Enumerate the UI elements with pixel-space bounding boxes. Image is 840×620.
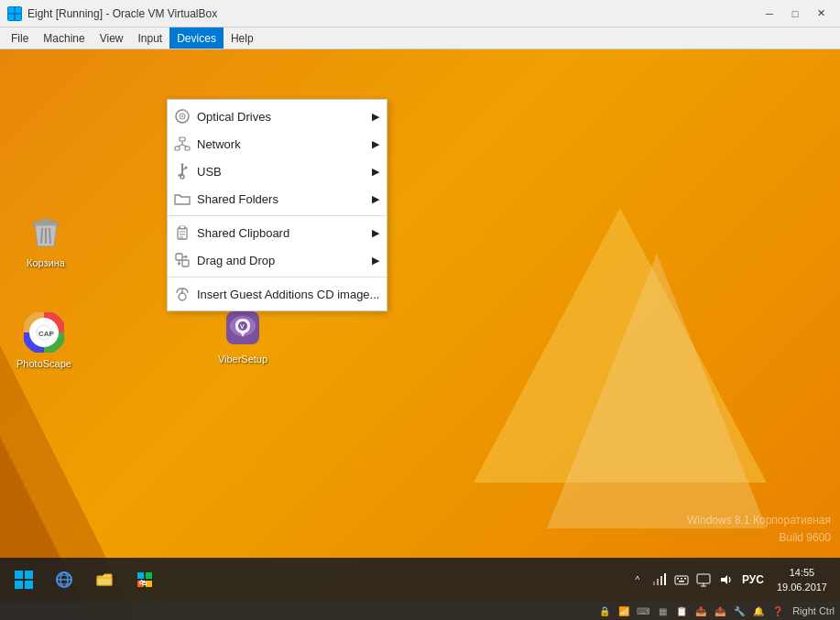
bottom-icon-8[interactable]: 🔧 bbox=[731, 604, 747, 618]
taskbar: 🛍 ^ bbox=[0, 558, 840, 602]
svg-rect-53 bbox=[25, 581, 33, 589]
svg-rect-38 bbox=[180, 226, 184, 228]
svg-line-28 bbox=[182, 145, 188, 147]
svg-point-48 bbox=[179, 293, 186, 300]
clock-time: 14:55 bbox=[777, 565, 827, 581]
windows-watermark: Windows 8.1 Корпоративная Build 9600 bbox=[687, 512, 831, 547]
svg-rect-50 bbox=[15, 571, 23, 579]
menu-shared-folders[interactable]: Shared Folders ▶ bbox=[168, 185, 387, 212]
svg-rect-66 bbox=[675, 576, 688, 584]
bottom-icon-10[interactable]: ❓ bbox=[769, 604, 786, 618]
svg-rect-9 bbox=[41, 219, 50, 223]
separator-2 bbox=[168, 277, 387, 277]
bottom-icon-2[interactable]: 📶 bbox=[616, 604, 632, 618]
network-icon bbox=[173, 135, 191, 153]
window-title: Eight [Running] - Oracle VM VirtualBox bbox=[27, 7, 758, 20]
bottom-icon-3[interactable]: ⌨ bbox=[635, 604, 651, 618]
menu-usb[interactable]: USB ▶ bbox=[168, 158, 387, 185]
bottom-icon-1[interactable]: 🔒 bbox=[596, 604, 613, 618]
network-label: Network bbox=[197, 137, 241, 151]
menu-network[interactable]: Network ▶ bbox=[168, 130, 387, 158]
bottom-icon-7[interactable]: 📤 bbox=[712, 604, 728, 618]
systray-language[interactable]: РУС bbox=[738, 573, 768, 586]
systray-chevron[interactable]: ^ bbox=[628, 571, 647, 589]
taskbar-store-button[interactable]: 🛍 bbox=[125, 560, 165, 600]
recycle-bin-label: Корзина bbox=[27, 257, 65, 268]
menu-input[interactable]: Input bbox=[131, 27, 170, 49]
devices-dropdown-menu: Optical Drives ▶ Network ▶ bbox=[167, 99, 387, 311]
shared-clipboard-arrow: ▶ bbox=[372, 227, 379, 239]
svg-rect-2 bbox=[8, 15, 14, 20]
usb-arrow: ▶ bbox=[372, 166, 379, 178]
svg-marker-47 bbox=[178, 263, 181, 266]
drag-drop-icon bbox=[173, 251, 191, 269]
svg-text:🛍: 🛍 bbox=[139, 579, 147, 587]
menu-view[interactable]: View bbox=[93, 27, 131, 49]
minimize-button[interactable]: ─ bbox=[758, 5, 781, 23]
menu-devices[interactable]: Devices bbox=[169, 27, 224, 49]
right-ctrl-label: Right Ctrl bbox=[792, 605, 835, 616]
shared-clipboard-label: Shared Clipboard bbox=[197, 226, 289, 240]
systray-display-icon[interactable] bbox=[694, 571, 713, 589]
maximize-button[interactable]: □ bbox=[783, 5, 807, 23]
menu-optical-drives[interactable]: Optical Drives ▶ bbox=[168, 103, 387, 130]
systray-clock[interactable]: 14:55 19.06.2017 bbox=[771, 565, 833, 595]
svg-rect-71 bbox=[697, 574, 710, 583]
vm-window: Eight [Running] - Oracle VM VirtualBox ─… bbox=[0, 0, 840, 620]
usb-icon bbox=[173, 162, 191, 180]
insert-guest-label: Insert Guest Additions CD image... bbox=[197, 288, 379, 301]
network-arrow: ▶ bbox=[372, 138, 379, 150]
menu-drag-and-drop[interactable]: Drag and Drop ▶ bbox=[168, 246, 387, 274]
svg-rect-68 bbox=[681, 578, 682, 580]
separator-1 bbox=[168, 215, 387, 216]
taskbar-explorer-button[interactable] bbox=[84, 560, 125, 600]
svg-rect-23 bbox=[180, 137, 185, 141]
svg-rect-42 bbox=[176, 254, 182, 260]
systray-keyboard-icon[interactable] bbox=[672, 571, 691, 589]
optical-drives-icon bbox=[173, 107, 191, 125]
menu-help[interactable]: Help bbox=[224, 27, 261, 49]
svg-rect-60 bbox=[146, 581, 152, 587]
photoscape-label: PhotoScape bbox=[16, 358, 71, 369]
optical-drives-label: Optical Drives bbox=[197, 110, 271, 124]
svg-rect-3 bbox=[16, 15, 21, 20]
drag-drop-label: Drag and Drop bbox=[197, 254, 275, 267]
close-button[interactable]: ✕ bbox=[809, 5, 833, 23]
bottom-icon-5[interactable]: 📋 bbox=[673, 604, 690, 618]
svg-rect-67 bbox=[677, 578, 679, 580]
menu-insert-guest-additions[interactable]: Insert Guest Additions CD image... bbox=[168, 280, 387, 308]
bottom-icon-9[interactable]: 🔔 bbox=[750, 604, 767, 618]
systray-network-icon[interactable] bbox=[650, 571, 669, 589]
watermark-line1: Windows 8.1 Корпоративная bbox=[687, 512, 831, 529]
svg-line-10 bbox=[41, 228, 42, 244]
svg-rect-25 bbox=[185, 147, 190, 150]
svg-rect-63 bbox=[657, 579, 659, 585]
svg-marker-74 bbox=[721, 575, 727, 584]
shared-folders-icon bbox=[173, 190, 191, 208]
bottom-icon-4[interactable]: ▦ bbox=[654, 604, 671, 618]
shared-folders-label: Shared Folders bbox=[197, 192, 278, 206]
menu-machine[interactable]: Machine bbox=[36, 27, 92, 49]
title-bar: Eight [Running] - Oracle VM VirtualBox ─… bbox=[0, 0, 840, 27]
desktop-icon-recycle-bin[interactable]: Корзина bbox=[9, 210, 82, 268]
svg-rect-1 bbox=[16, 7, 21, 13]
desktop-icon-viber[interactable]: V ViberSetup bbox=[206, 306, 279, 364]
svg-text:CAP: CAP bbox=[38, 330, 55, 338]
svg-rect-43 bbox=[182, 260, 189, 266]
optical-drives-arrow: ▶ bbox=[372, 111, 379, 123]
start-button[interactable] bbox=[4, 560, 44, 600]
clock-date: 19.06.2017 bbox=[777, 580, 827, 595]
svg-line-12 bbox=[49, 228, 50, 244]
menu-bar: File Machine View Input Devices Help bbox=[0, 27, 840, 49]
menu-shared-clipboard[interactable]: Shared Clipboard ▶ bbox=[168, 219, 387, 246]
svg-rect-24 bbox=[175, 147, 180, 150]
taskbar-ie-button[interactable] bbox=[44, 560, 84, 600]
svg-text:V: V bbox=[240, 323, 245, 330]
bottom-icon-6[interactable]: 📥 bbox=[693, 604, 709, 618]
systray-volume-icon[interactable] bbox=[716, 571, 735, 589]
svg-point-35 bbox=[180, 175, 184, 179]
app-icon bbox=[7, 6, 22, 21]
desktop-icon-photoscape[interactable]: CAP PhotoScape bbox=[7, 310, 81, 369]
menu-file[interactable]: File bbox=[4, 27, 36, 49]
shared-clipboard-icon bbox=[173, 223, 191, 242]
